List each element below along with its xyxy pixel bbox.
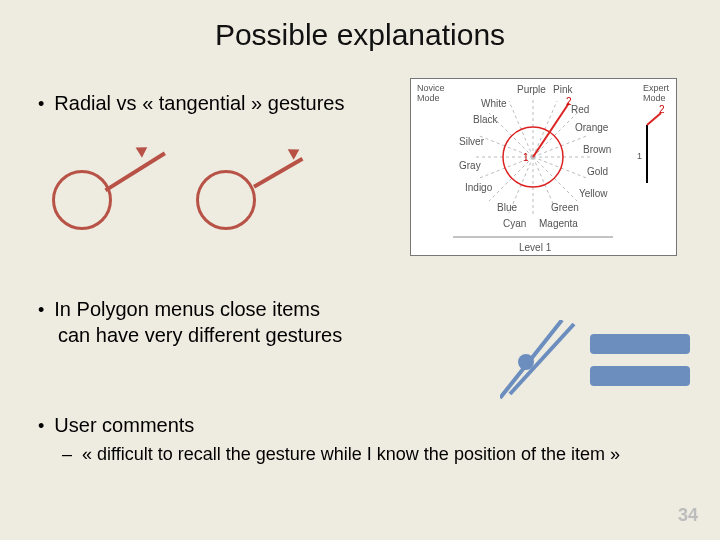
menu-item-bar bbox=[590, 366, 690, 386]
bullet-text: User comments bbox=[54, 414, 194, 436]
blue-slash-icon bbox=[500, 320, 584, 404]
lbl-blue: Blue bbox=[497, 202, 517, 213]
exp-mark-1: 1 bbox=[637, 151, 642, 161]
bullet-text: Radial vs « tangential » gestures bbox=[54, 92, 344, 114]
bullet-dot-icon: • bbox=[38, 94, 44, 114]
expert-label-2: Mode bbox=[643, 93, 666, 103]
mark-1: 1 bbox=[523, 152, 529, 163]
menu-item-bar bbox=[590, 334, 690, 354]
svg-line-17 bbox=[533, 103, 569, 157]
bullet-polygon-line2: can have very different gestures bbox=[58, 324, 342, 347]
svg-line-6 bbox=[533, 157, 577, 201]
page-number: 34 bbox=[678, 505, 698, 526]
dash-icon: – bbox=[62, 444, 72, 464]
arrow-head-icon bbox=[136, 142, 151, 157]
lbl-gold: Gold bbox=[587, 166, 608, 177]
polygon-illustration bbox=[470, 308, 700, 408]
lbl-black: Black bbox=[473, 114, 498, 125]
lbl-indigo: Indigo bbox=[465, 182, 493, 193]
exp-mark-2: 2 bbox=[659, 104, 665, 115]
slide-title: Possible explanations bbox=[0, 18, 720, 52]
marking-menu-diagram: Novice Mode Expert Mode 1 2 bbox=[410, 78, 677, 256]
center-dot-icon bbox=[518, 354, 534, 370]
sub-bullet-text: « difficult to recall the gesture while … bbox=[82, 444, 620, 464]
novice-label-2: Mode bbox=[417, 93, 440, 103]
lbl-gray: Gray bbox=[459, 160, 481, 171]
svg-line-7 bbox=[489, 157, 533, 201]
circle-icon bbox=[196, 170, 256, 230]
sub-bullet-quote: –« difficult to recall the gesture while… bbox=[62, 444, 620, 465]
lbl-yellow: Yellow bbox=[579, 188, 608, 199]
bullet-user-comments: •User comments bbox=[38, 414, 194, 437]
bullet-text: In Polygon menus close items bbox=[54, 298, 320, 320]
bullet-text: can have very different gestures bbox=[58, 324, 342, 346]
lbl-purple: Purple bbox=[517, 84, 546, 95]
lbl-red: Red bbox=[571, 104, 589, 115]
lbl-silver: Silver bbox=[459, 136, 485, 147]
lbl-brown: Brown bbox=[583, 144, 611, 155]
circle-icon bbox=[52, 170, 112, 230]
radial-gesture-diagram bbox=[52, 140, 172, 230]
tangential-gesture-diagram bbox=[196, 140, 316, 230]
arrow-shaft bbox=[104, 152, 165, 192]
svg-line-4 bbox=[533, 113, 577, 157]
level-label: Level 1 bbox=[519, 242, 552, 253]
marking-menu-svg: Novice Mode Expert Mode 1 2 bbox=[411, 79, 676, 255]
bullet-dot-icon: • bbox=[38, 300, 44, 320]
lbl-orange: Orange bbox=[575, 122, 609, 133]
bullet-dot-icon: • bbox=[38, 416, 44, 436]
lbl-pink: Pink bbox=[553, 84, 573, 95]
lbl-white: White bbox=[481, 98, 507, 109]
bullet-polygon: •In Polygon menus close items bbox=[38, 298, 320, 321]
lbl-magenta: Magenta bbox=[539, 218, 578, 229]
lbl-cyan: Cyan bbox=[503, 218, 526, 229]
lbl-green: Green bbox=[551, 202, 579, 213]
expert-label: Expert bbox=[643, 83, 670, 93]
bullet-radial-vs-tangential: •Radial vs « tangential » gestures bbox=[38, 92, 345, 115]
novice-label: Novice bbox=[417, 83, 445, 93]
arrow-shaft bbox=[253, 157, 303, 188]
